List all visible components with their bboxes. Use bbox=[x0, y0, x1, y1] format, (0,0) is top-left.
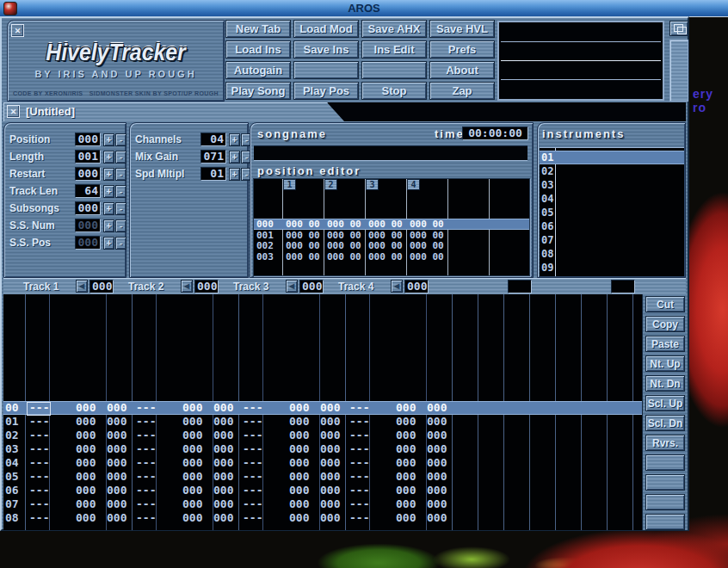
position-column-tab-2[interactable]: 2 bbox=[324, 179, 337, 190]
toolbar-button-blank bbox=[293, 61, 359, 79]
plus-button[interactable]: + bbox=[103, 237, 114, 250]
position-row[interactable]: 000000 00000 00000 00000 00 bbox=[254, 219, 529, 230]
arrow-left-icon[interactable]: ◀ bbox=[391, 280, 403, 293]
pattern-note: --- bbox=[243, 470, 262, 484]
track-len-value: 64 bbox=[75, 184, 101, 198]
arrow-left-icon[interactable]: ◀ bbox=[286, 280, 298, 293]
instrument-row[interactable]: 07 bbox=[540, 233, 684, 247]
arrow-left-icon[interactable]: ◀ bbox=[76, 280, 88, 293]
tab-close-icon[interactable]: ✕ bbox=[7, 105, 20, 118]
position-column-tab-4[interactable]: 4 bbox=[407, 179, 420, 190]
pattern-row[interactable]: 04---000000---000000---000000---000000 bbox=[3, 456, 642, 470]
instrument-row[interactable]: 05 bbox=[540, 206, 684, 219]
minus-button[interactable]: - bbox=[115, 185, 126, 198]
toolbar-button-load-mod[interactable]: Load Mod bbox=[293, 20, 359, 38]
minus-button[interactable]: - bbox=[115, 151, 126, 164]
pattern-row[interactable]: 00---000000---000000---000000---000000 bbox=[3, 401, 642, 415]
instrument-row[interactable]: 02 bbox=[540, 164, 684, 178]
plus-button[interactable]: + bbox=[103, 202, 114, 215]
toolbar-button-save-ins[interactable]: Save Ins bbox=[293, 40, 359, 59]
position-cell: 000 00 bbox=[327, 251, 361, 262]
position-column-tab-3[interactable]: 3 bbox=[366, 179, 379, 190]
instrument-row[interactable]: 09 bbox=[540, 261, 684, 275]
toolbar-button-load-ins[interactable]: Load Ins bbox=[225, 40, 291, 59]
edit-button-scl-up[interactable]: Scl. Up bbox=[645, 395, 685, 411]
minus-button[interactable]: - bbox=[115, 219, 126, 232]
edit-button-copy[interactable]: Copy bbox=[645, 316, 685, 332]
arrow-left-icon[interactable]: ◀ bbox=[181, 280, 193, 293]
instrument-row[interactable]: 06 bbox=[540, 219, 684, 233]
toolbar-button-zap[interactable]: Zap bbox=[429, 82, 495, 100]
edit-button-scl-dn[interactable]: Scl. Dn bbox=[645, 415, 685, 431]
plus-button[interactable]: + bbox=[229, 133, 240, 146]
logo-credits: CODE BY XERON/IRIS SIDMONSTER SKIN BY SP… bbox=[13, 90, 219, 96]
prop-row: S.S. Num000+- bbox=[4, 219, 126, 232]
minus-button[interactable]: - bbox=[115, 133, 126, 146]
channels-value: 04 bbox=[201, 133, 226, 146]
minus-button[interactable]: - bbox=[115, 202, 126, 215]
window-depth-icon[interactable] bbox=[669, 21, 688, 36]
songname-input[interactable] bbox=[254, 145, 527, 161]
pattern-row[interactable]: 08---000000---000000---000000---000000 bbox=[3, 511, 642, 525]
edit-button-nt-dn[interactable]: Nt. Dn bbox=[645, 375, 685, 392]
instrument-row[interactable]: 01 bbox=[540, 151, 684, 164]
toolbar-button-play-pos[interactable]: Play Pos bbox=[293, 82, 359, 100]
toolbar-button-ins-edit[interactable]: Ins Edit bbox=[361, 40, 427, 59]
pattern-note: --- bbox=[349, 456, 369, 470]
pattern-editor[interactable]: 00---000000---000000---000000---00000001… bbox=[3, 294, 642, 530]
position-column-tab-1[interactable]: 1 bbox=[283, 179, 296, 190]
pattern-row[interactable]: 06---000000---000000---000000---000000 bbox=[3, 484, 642, 497]
tab-untitled[interactable]: ✕ [Untitled] bbox=[3, 102, 344, 121]
toolbar-button-new-tab[interactable]: New Tab bbox=[225, 20, 291, 38]
pattern-fx1: 000 bbox=[396, 429, 416, 442]
plus-button[interactable]: + bbox=[103, 133, 114, 146]
instrument-number: 06 bbox=[541, 219, 553, 233]
plus-button[interactable]: + bbox=[103, 219, 114, 232]
plus-button[interactable]: + bbox=[229, 151, 240, 164]
instrument-row[interactable]: 03 bbox=[540, 178, 684, 192]
plus-button[interactable]: + bbox=[103, 185, 114, 198]
position-row[interactable]: 002000 00000 00000 00000 00 bbox=[254, 240, 529, 251]
plus-button[interactable]: + bbox=[229, 168, 240, 181]
toolbar-button-about[interactable]: About bbox=[429, 61, 495, 79]
pattern-fx2: 000 bbox=[427, 511, 447, 525]
pattern-row[interactable]: 01---000000---000000---000000---000000 bbox=[3, 415, 642, 429]
toolbar-button-prefs[interactable]: Prefs bbox=[429, 40, 495, 59]
position-row[interactable]: 001000 00000 00000 00000 00 bbox=[254, 230, 529, 241]
instruments-list[interactable]: 010203040506070809 bbox=[540, 147, 684, 276]
minus-button[interactable]: - bbox=[115, 237, 126, 250]
position-row-number: 001 bbox=[256, 230, 274, 241]
pattern-row[interactable]: 07---000000---000000---000000---000000 bbox=[3, 497, 642, 511]
pattern-fx1: 000 bbox=[289, 442, 309, 456]
spd-mltipl-value: 01 bbox=[201, 167, 226, 181]
instrument-number: 08 bbox=[541, 247, 553, 261]
toolbar-button-autogain[interactable]: Autogain bbox=[225, 61, 291, 79]
pattern-note: --- bbox=[349, 470, 369, 484]
close-icon[interactable]: ✕ bbox=[11, 24, 24, 37]
minus-button[interactable]: - bbox=[115, 168, 126, 181]
position-editor-table[interactable]: 1234000000 00000 00000 00000 00001000 00… bbox=[253, 178, 530, 276]
edit-button-paste[interactable]: Paste bbox=[645, 336, 685, 352]
edit-button-cut[interactable]: Cut bbox=[645, 296, 685, 312]
toolbar-button-save-ahx[interactable]: Save AHX bbox=[361, 20, 427, 38]
logo-panel: ✕ HivelyTracker by Iris and Up Rough COD… bbox=[7, 20, 225, 102]
toolbar-button-play-song[interactable]: Play Song bbox=[225, 82, 291, 100]
pattern-row[interactable]: 05---000000---000000---000000---000000 bbox=[3, 470, 642, 484]
pattern-row[interactable]: 03---000000---000000---000000---000000 bbox=[3, 442, 642, 456]
pattern-note: --- bbox=[136, 511, 156, 525]
window-scrollbar[interactable] bbox=[669, 40, 688, 102]
toolbar-button-stop[interactable]: Stop bbox=[361, 82, 427, 100]
pattern-fx2: 000 bbox=[213, 497, 233, 511]
pattern-fx1: 000 bbox=[76, 497, 96, 511]
edit-button-rvrs[interactable]: Rvrs. bbox=[645, 435, 685, 451]
pattern-fx2: 000 bbox=[107, 415, 126, 429]
pattern-row[interactable]: 02---000000---000000---000000---000000 bbox=[3, 429, 642, 442]
plus-button[interactable]: + bbox=[103, 151, 114, 164]
instrument-row[interactable]: 08 bbox=[540, 247, 684, 261]
position-row[interactable]: 003000 00000 00000 00000 00 bbox=[254, 251, 529, 262]
pattern-note: --- bbox=[349, 511, 369, 525]
edit-button-nt-up[interactable]: Nt. Up bbox=[645, 355, 685, 372]
plus-button[interactable]: + bbox=[103, 168, 114, 181]
toolbar-button-save-hvl[interactable]: Save HVL bbox=[429, 20, 495, 38]
instrument-row[interactable]: 04 bbox=[540, 192, 684, 206]
